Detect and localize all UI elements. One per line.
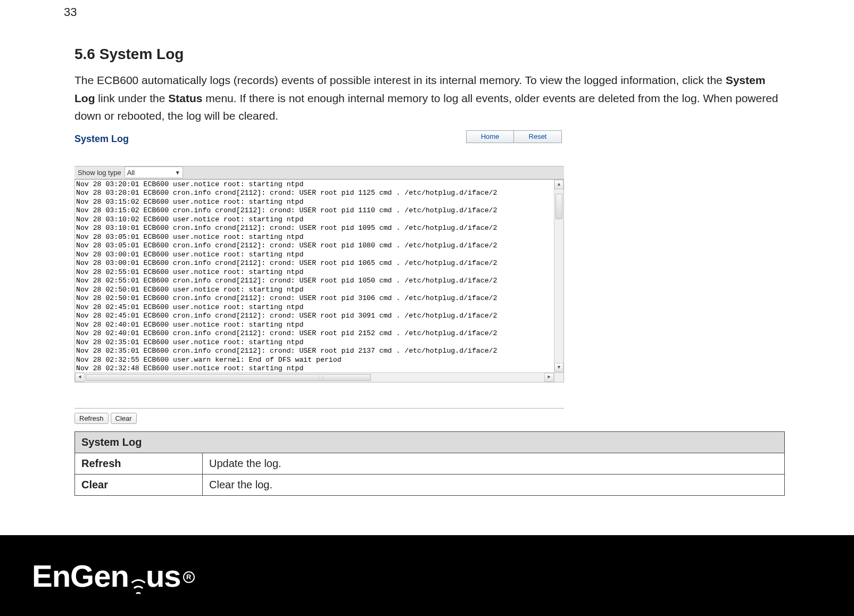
table-desc: Clear the log. <box>203 474 785 495</box>
section-heading: 5.6 System Log <box>74 46 785 63</box>
vertical-scrollbar[interactable]: ▲ ▼ <box>554 180 563 372</box>
log-type-select[interactable]: All ▼ <box>125 167 183 178</box>
clear-button[interactable]: Clear <box>111 413 137 424</box>
log-filter-bar: Show log type All ▼ <box>74 166 564 179</box>
horizontal-scrollbar[interactable]: ◄ ⋮⋮ ► <box>75 372 554 382</box>
scroll-down-icon[interactable]: ▼ <box>554 363 563 372</box>
hscroll-track[interactable]: ⋮⋮ <box>85 373 544 382</box>
screenshot-title: System Log <box>74 130 129 148</box>
chevron-down-icon: ▼ <box>175 170 180 176</box>
engenius-logo: EnGen us R <box>32 558 195 594</box>
log-type-value: All <box>127 169 135 177</box>
hscroll-thumb[interactable] <box>86 374 371 381</box>
paragraph-text: The ECB600 automatically logs (records) … <box>74 74 726 86</box>
logo-text-prefix: EnGen <box>32 558 129 594</box>
table-header: System Log <box>75 431 785 453</box>
filter-bar-spacer <box>183 167 564 178</box>
scroll-corner <box>554 372 563 382</box>
registered-icon: R <box>183 571 195 583</box>
log-textarea[interactable]: Nov 28 03:20:01 ECB600 user.notice root:… <box>74 179 564 382</box>
table-desc: Update the log. <box>203 453 785 474</box>
home-button[interactable]: Home <box>466 130 514 143</box>
refresh-button[interactable]: Refresh <box>74 413 109 424</box>
table-row: RefreshUpdate the log. <box>75 453 785 474</box>
reset-button[interactable]: Reset <box>514 130 562 143</box>
hscroll-grip-icon: ⋮⋮ <box>319 373 322 382</box>
scroll-right-icon[interactable]: ► <box>544 373 554 382</box>
paragraph-text: link under the <box>95 92 168 104</box>
page-number: 33 <box>64 5 785 19</box>
table-row: ClearClear the log. <box>75 474 785 495</box>
scroll-left-icon[interactable]: ◄ <box>75 373 85 382</box>
page-footer: EnGen us R <box>0 535 854 616</box>
log-filter-label: Show log type <box>74 167 125 179</box>
vscroll-track[interactable] <box>554 189 563 363</box>
table-key: Clear <box>75 474 203 495</box>
wifi-icon <box>128 564 149 596</box>
description-table: System Log RefreshUpdate the log.ClearCl… <box>74 431 785 496</box>
logo-text-suffix: us <box>146 558 181 594</box>
section-paragraph: The ECB600 automatically logs (records) … <box>74 71 785 125</box>
vscroll-thumb[interactable] <box>555 194 562 219</box>
log-content: Nov 28 03:20:01 ECB600 user.notice root:… <box>75 180 563 373</box>
system-log-screenshot: System Log Home Reset Show log type All … <box>74 128 564 426</box>
table-key: Refresh <box>75 453 203 474</box>
scroll-up-icon[interactable]: ▲ <box>554 180 563 189</box>
paragraph-bold-status: Status <box>168 92 202 104</box>
